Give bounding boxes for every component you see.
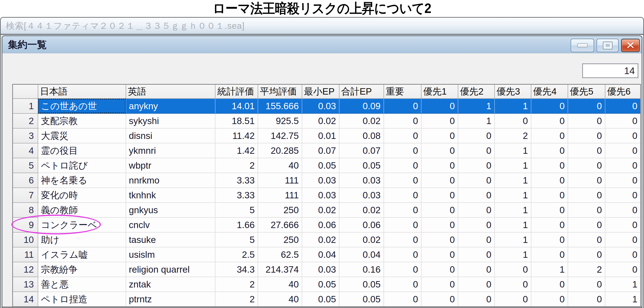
cell-english[interactable]: disnsi — [126, 128, 215, 143]
cell-rownum[interactable]: 14 — [13, 292, 38, 307]
cell-total-ep[interactable]: 0.05 — [339, 292, 384, 307]
cell-english[interactable]: sykyshi — [126, 113, 215, 128]
cell-english[interactable]: zntak — [126, 277, 215, 292]
cell-priority-5[interactable]: 0 — [568, 173, 605, 188]
cell-min-ep[interactable]: 0.05 — [302, 277, 339, 292]
cell-total-ep[interactable]: 0.05 — [339, 277, 384, 292]
cell-priority-6[interactable]: 0 — [605, 173, 641, 188]
cell-priority-2[interactable]: 0 — [458, 217, 494, 232]
cell-total-ep[interactable]: 0.06 — [339, 217, 384, 232]
cell-priority-1[interactable]: 0 — [421, 173, 458, 188]
cell-priority-1[interactable]: 0 — [421, 113, 458, 128]
cell-important[interactable]: 0 — [384, 173, 421, 188]
cell-rownum[interactable]: 10 — [13, 232, 38, 247]
cell-min-ep[interactable]: 0.02 — [302, 203, 339, 217]
cell-priority-4[interactable]: 0 — [531, 292, 568, 307]
cell-stat-eval[interactable]: 2 — [215, 158, 258, 173]
cell-total-ep[interactable]: 0.02 — [339, 113, 384, 128]
app-window-titlebar[interactable]: 検索[４４１ファティマ２０２１＿３３５ｇｇｈ００１.sea] — [1, 18, 643, 35]
cell-english[interactable]: anykny — [126, 99, 215, 113]
cell-avg-eval[interactable]: 155.666 — [258, 99, 302, 113]
cell-english[interactable]: wbptr — [126, 158, 215, 173]
summary-list-titlebar[interactable]: 集約一覧 ✕ — [2, 36, 642, 53]
column-header-avg-eval[interactable]: 平均評価 — [258, 84, 302, 99]
cell-stat-eval[interactable]: 11.42 — [215, 128, 258, 143]
cell-priority-6[interactable]: 0 — [605, 143, 641, 158]
cell-avg-eval[interactable]: 250 — [258, 232, 302, 247]
cell-min-ep[interactable]: 0.02 — [302, 232, 339, 247]
column-header-priority-2[interactable]: 優先2 — [458, 84, 494, 99]
cell-priority-5[interactable]: 0 — [568, 232, 605, 247]
cell-stat-eval[interactable]: 14.01 — [215, 99, 258, 113]
cell-priority-5[interactable]: 0 — [568, 158, 605, 173]
minimize-button[interactable] — [571, 39, 594, 52]
cell-avg-eval[interactable]: 111 — [258, 173, 302, 188]
cell-priority-6[interactable]: 0 — [605, 158, 641, 173]
cell-priority-5[interactable]: 0 — [568, 99, 605, 113]
cell-priority-6[interactable]: 0 — [605, 247, 641, 262]
cell-stat-eval[interactable]: 2 — [215, 292, 258, 307]
cell-rownum[interactable]: 11 — [13, 247, 38, 262]
cell-min-ep[interactable]: 0.06 — [302, 217, 339, 232]
cell-priority-2[interactable]: 0 — [458, 158, 494, 173]
cell-priority-2[interactable]: 0 — [458, 247, 494, 262]
cell-priority-6[interactable]: 0 — [605, 188, 641, 203]
cell-priority-3[interactable]: 0 — [494, 292, 531, 307]
cell-japanese[interactable]: この世あの世 — [38, 99, 126, 113]
cell-avg-eval[interactable]: 40 — [258, 158, 302, 173]
cell-priority-1[interactable]: 0 — [421, 128, 458, 143]
cell-priority-2[interactable]: 0 — [458, 188, 494, 203]
column-header-total-ep[interactable]: 合計EP — [339, 84, 384, 99]
cell-priority-6[interactable]: 0 — [605, 113, 641, 128]
cell-priority-6[interactable]: 0 — [605, 232, 641, 247]
cell-english[interactable]: tasuke — [126, 232, 215, 247]
cell-priority-6[interactable]: 1 — [605, 277, 641, 292]
cell-priority-3[interactable]: 1 — [494, 143, 531, 158]
cell-important[interactable]: 0 — [384, 128, 421, 143]
cell-priority-6[interactable]: 1 — [605, 292, 641, 307]
cell-avg-eval[interactable]: 214.374 — [258, 262, 302, 277]
cell-important[interactable]: 0 — [384, 143, 421, 158]
cell-priority-4[interactable]: 0 — [531, 128, 568, 143]
cell-stat-eval[interactable]: 1.42 — [215, 143, 258, 158]
cell-priority-2[interactable]: 0 — [458, 203, 494, 217]
cell-avg-eval[interactable]: 250 — [258, 203, 302, 217]
cell-english[interactable]: usislm — [126, 247, 215, 262]
cell-priority-4[interactable]: 0 — [531, 232, 568, 247]
cell-priority-4[interactable]: 0 — [531, 99, 568, 113]
cell-stat-eval[interactable]: 18.51 — [215, 113, 258, 128]
cell-priority-2[interactable]: 1 — [458, 99, 494, 113]
cell-priority-1[interactable]: 0 — [421, 277, 458, 292]
cell-priority-4[interactable]: 0 — [531, 203, 568, 217]
cell-priority-1[interactable]: 0 — [421, 232, 458, 247]
cell-english[interactable]: ptrntz — [126, 292, 215, 307]
cell-japanese[interactable]: 神を名乗る — [38, 173, 126, 188]
cell-priority-3[interactable]: 1 — [494, 158, 531, 173]
cell-priority-5[interactable]: 0 — [568, 292, 605, 307]
cell-priority-2[interactable]: 1 — [458, 113, 494, 128]
cell-stat-eval[interactable]: 5 — [215, 232, 258, 247]
cell-priority-3[interactable]: 1 — [494, 173, 531, 188]
cell-priority-1[interactable]: 0 — [421, 262, 458, 277]
cell-english[interactable]: nnrkmo — [126, 173, 215, 188]
cell-priority-1[interactable]: 0 — [421, 292, 458, 307]
cell-priority-1[interactable]: 0 — [421, 188, 458, 203]
cell-avg-eval[interactable]: 925.5 — [258, 113, 302, 128]
cell-min-ep[interactable]: 0.02 — [302, 113, 339, 128]
cell-priority-2[interactable]: 0 — [458, 292, 494, 307]
cell-priority-2[interactable]: 0 — [458, 277, 494, 292]
cell-min-ep[interactable]: 0.04 — [302, 247, 339, 262]
cell-english[interactable]: gnkyus — [126, 203, 215, 217]
cell-priority-4[interactable]: 0 — [531, 113, 568, 128]
cell-rownum[interactable]: 7 — [13, 188, 38, 203]
cell-japanese[interactable]: 大震災 — [38, 128, 126, 143]
cell-priority-2[interactable]: 0 — [458, 232, 494, 247]
column-header-min-ep[interactable]: 最小EP — [302, 84, 339, 99]
cell-priority-4[interactable]: 0 — [531, 217, 568, 232]
cell-japanese[interactable]: イスラム嘘 — [38, 247, 126, 262]
cell-rownum[interactable]: 8 — [13, 203, 38, 217]
cell-important[interactable]: 0 — [384, 292, 421, 307]
column-header-priority-1[interactable]: 優先1 — [421, 84, 458, 99]
cell-japanese[interactable]: 義の教師 — [38, 203, 126, 217]
cell-priority-2[interactable]: 0 — [458, 128, 494, 143]
